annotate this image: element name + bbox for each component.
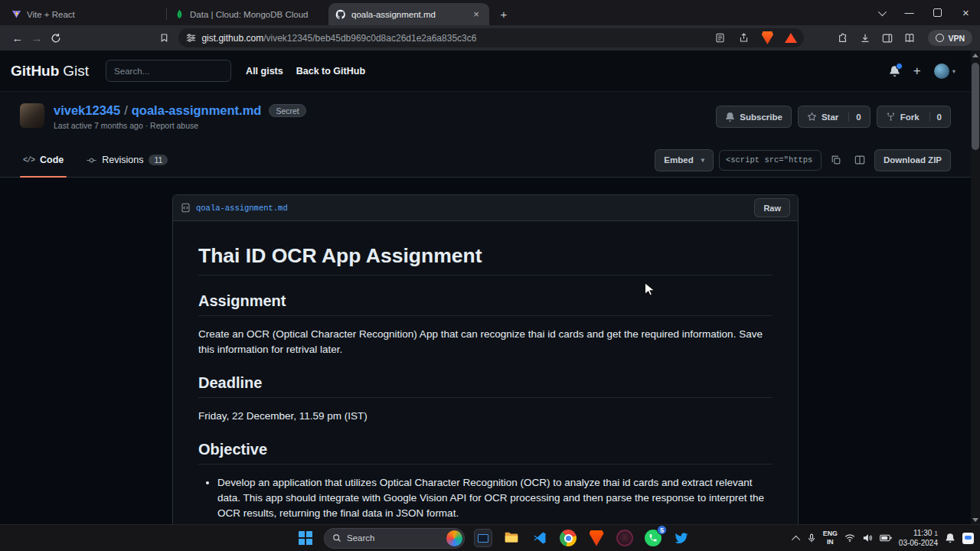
tab-vite-react[interactable]: Vite + React [5, 3, 165, 25]
gist-content-area: qoala-assignment.md Raw Thai ID OCR App … [0, 178, 971, 525]
wifi-icon[interactable] [844, 533, 855, 543]
address-bar[interactable]: gist.github.com/vivek12345/beb45db969c0d… [178, 28, 804, 47]
brave-button[interactable] [586, 528, 606, 548]
battery-icon[interactable] [880, 534, 892, 542]
page-scrollbar[interactable] [971, 51, 980, 525]
whatsapp-button[interactable]: 5 [643, 528, 663, 548]
tab-code[interactable]: </> Code [20, 143, 67, 177]
gist-actions: Subscribe Star 0 Fork 0 [716, 106, 951, 128]
taskbar-search-placeholder: Search [347, 533, 441, 543]
gist-identity: vivek12345 / qoala-assignment.md Secret … [54, 103, 306, 130]
share-button[interactable] [734, 29, 753, 47]
vscode-icon [532, 530, 547, 546]
notification-bell-icon[interactable] [945, 533, 956, 543]
gist-search-input[interactable] [106, 60, 231, 82]
tab-close-icon[interactable]: × [470, 8, 482, 21]
bookmark-button[interactable] [155, 28, 174, 48]
copy-embed-button[interactable] [827, 151, 845, 169]
language-indicator[interactable]: ENGIN [823, 530, 838, 546]
open-with-button[interactable] [851, 151, 869, 169]
github-gist-logo[interactable]: GitHubGist [11, 63, 89, 80]
date-text: 03-06-2024 [899, 538, 938, 549]
tab-title: Vite + React [27, 10, 158, 19]
download-zip-label: Download ZIP [884, 155, 942, 165]
chevron-down-icon: ▾ [701, 156, 704, 164]
gist-file-link[interactable]: qoala-assignment.md [132, 103, 262, 118]
start-button[interactable] [296, 528, 315, 548]
forward-button[interactable]: → [27, 28, 46, 48]
user-menu[interactable]: ▾ [934, 64, 956, 79]
tray-expand-button[interactable] [794, 531, 800, 545]
twitter-button[interactable] [671, 528, 691, 548]
subscribe-button[interactable]: Subscribe [716, 106, 792, 128]
tab-revisions[interactable]: Revisions 11 [83, 143, 171, 177]
reading-list-icon [904, 33, 915, 44]
vscode-button[interactable] [530, 528, 550, 548]
tab-search-button[interactable] [867, 0, 895, 25]
minimize-button[interactable]: — [895, 0, 923, 25]
scroll-up-arrow[interactable] [971, 51, 980, 60]
mic-icon[interactable] [807, 533, 816, 543]
scrollbar-thumb[interactable] [972, 63, 979, 150]
nav-all-gists[interactable]: All gists [246, 66, 283, 77]
new-gist-button[interactable]: + [913, 64, 921, 79]
file-header: qoala-assignment.md Raw [173, 195, 798, 221]
chrome-button[interactable] [558, 528, 578, 548]
taskbar-search[interactable]: Search [324, 528, 465, 549]
notifications-button[interactable] [889, 65, 900, 77]
markdown-h2-objective: Objective [198, 441, 773, 465]
twitter-icon [674, 530, 689, 546]
reader-mode-icon [715, 33, 725, 43]
copy-icon [831, 155, 841, 165]
gist-owner-avatar[interactable] [20, 103, 44, 128]
task-view-button[interactable] [473, 528, 493, 548]
system-tray: ENGIN 11:301 03-06-2024 [794, 525, 974, 551]
commit-icon [87, 155, 96, 165]
embed-dropdown[interactable]: Embed ▾ [655, 149, 714, 171]
brave-rewards-button[interactable] [782, 29, 800, 47]
browser-toolbar: ← → gist.github.com/vivek12345/beb45db96… [0, 25, 980, 51]
extensions-button[interactable] [833, 28, 853, 48]
embed-snippet-input[interactable] [719, 150, 822, 171]
nav-back-to-github[interactable]: Back to GitHub [296, 66, 365, 77]
gist-owner-link[interactable]: vivek12345 [54, 103, 120, 118]
chevron-down-icon [877, 7, 886, 15]
volume-icon[interactable] [862, 533, 873, 543]
file-box: qoala-assignment.md Raw Thai ID OCR App … [172, 194, 799, 525]
path-separator: / [124, 103, 128, 118]
vpn-button[interactable]: VPN [928, 30, 972, 46]
tab-gist-active[interactable]: qoala-assignment.md × [328, 3, 489, 25]
vpn-icon [936, 34, 944, 42]
fork-button[interactable]: Fork 0 [877, 106, 951, 128]
markdown-h2-assignment: Assignment [198, 292, 773, 316]
reader-mode-button[interactable] [710, 29, 729, 47]
maximize-button[interactable] [923, 0, 952, 25]
whatsapp-badge: 5 [657, 525, 667, 535]
tab-mongodb[interactable]: Data | Cloud: MongoDB Cloud [168, 3, 328, 25]
gist-title-section: vivek12345 / qoala-assignment.md Secret … [0, 92, 971, 143]
github-gist-header: GitHubGist All gists Back to GitHub + ▾ [0, 51, 971, 92]
downloads-button[interactable] [855, 28, 875, 48]
bell-icon [725, 112, 735, 122]
file-name-link[interactable]: qoala-assignment.md [196, 204, 288, 213]
fork-count: 0 [929, 112, 942, 122]
report-abuse-link[interactable]: Report abuse [150, 121, 198, 130]
back-button[interactable]: ← [8, 28, 27, 48]
notification-count: 1 [934, 530, 938, 537]
close-window-button[interactable]: × [952, 0, 980, 25]
raw-button[interactable]: Raw [754, 198, 790, 217]
download-zip-button[interactable]: Download ZIP [874, 149, 951, 171]
reading-list-button[interactable] [900, 28, 920, 48]
brave-shields-button[interactable] [758, 29, 776, 47]
new-tab-button[interactable]: + [495, 5, 513, 23]
clock[interactable]: 11:301 03-06-2024 [899, 528, 938, 549]
star-button[interactable]: Star 0 [798, 106, 871, 128]
chat-icon[interactable] [962, 533, 974, 544]
logo-github: GitHub [11, 63, 59, 79]
tab-code-label: Code [40, 155, 64, 165]
reload-button[interactable] [47, 28, 66, 48]
file-explorer-button[interactable] [501, 528, 521, 548]
share-icon [739, 33, 749, 43]
sidebar-button[interactable] [877, 28, 897, 48]
round-app-button[interactable] [615, 528, 635, 548]
